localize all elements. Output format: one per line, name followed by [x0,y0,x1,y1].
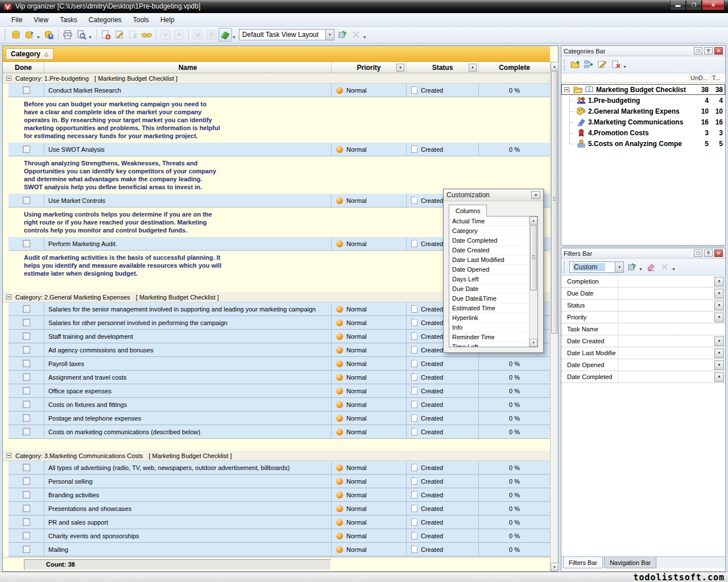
filter-dropdown-icon[interactable]: ▼ [714,313,724,322]
task-checkbox[interactable] [23,332,30,340]
task-name-cell[interactable]: Costs on marketing communications (descr… [44,425,332,439]
tree-item[interactable]: Marketing Budget Checklist 38 38 [561,84,725,95]
menu-item[interactable]: File [6,14,28,26]
filter-row[interactable]: Date Opened ▼ [561,359,725,371]
task-name-cell[interactable]: Costs on fixtures and fittings [44,398,332,411]
status-cell[interactable]: Created [407,543,479,556]
save-database-icon[interactable] [42,28,56,41]
filters-toolbar-overflow-icon[interactable]: ▼ [672,267,676,271]
open-dropdown-icon[interactable]: ▼ [36,35,40,39]
filter-row[interactable]: Due Date ▼ [561,288,725,300]
new-database-icon[interactable] [9,28,23,41]
priority-cell[interactable]: Normal [332,237,407,251]
complete-cell[interactable]: 0 % [479,398,550,411]
filter-row[interactable]: Date Completed ▼ [561,371,725,383]
print-icon[interactable] [61,28,75,41]
status-cell[interactable]: Created [407,529,479,543]
status-cell[interactable]: Created [407,398,479,411]
save-layout-icon[interactable] [336,28,349,41]
sidebar-tab[interactable]: Navigation Bar [604,557,656,568]
tree-item[interactable]: 2.General Marketing Expens 10 10 [561,106,725,117]
filter-row[interactable]: Priority ▼ [561,311,725,323]
close-button[interactable]: ✕ [702,1,725,10]
save-filter-dropdown-icon[interactable]: ▼ [639,267,643,271]
customization-dialog-titlebar[interactable]: Customization ✕ [444,189,543,201]
collapse-icon[interactable] [6,453,11,458]
column-list-item[interactable]: Actual Time [449,217,529,226]
column-list-item[interactable]: Date Last Modified [449,255,529,265]
status-cell[interactable]: Created [407,461,479,475]
group-by-category-chip[interactable]: Category △ [6,48,53,60]
minimize-button[interactable]: ▬ [670,1,686,10]
complete-cell[interactable]: 0 % [479,384,550,398]
task-row[interactable]: Use SWOT Analysis Normal Created 0 % [3,143,550,156]
task-name-cell[interactable]: All types of advertising (radio, TV, web… [44,461,332,475]
task-name-cell[interactable]: Branding activities [44,488,332,502]
panel-restore-icon[interactable]: ❐ [694,47,702,55]
category-group-row[interactable]: Category: 1.Pre-budgeting [ Marketing Bu… [3,73,550,84]
scrollbar-thumb[interactable] [530,225,537,290]
dialog-close-icon[interactable]: ✕ [531,191,540,199]
task-name-cell[interactable]: Presentations and showcases [44,502,332,516]
column-list-item[interactable]: Estimated Time [449,304,529,313]
status-cell[interactable]: Created [407,425,479,439]
priority-cell[interactable]: Normal [332,516,407,529]
edit-category-icon[interactable] [595,58,609,72]
restore-button[interactable]: ❐ [686,1,702,10]
priority-cell[interactable]: Normal [332,371,407,384]
column-header-name[interactable]: Name [44,62,332,73]
complete-cell[interactable]: 0 % [479,516,550,529]
collapse-icon[interactable] [6,76,11,81]
task-name-cell[interactable]: Staff training and development [44,330,332,343]
new-task-icon[interactable] [99,28,113,41]
task-row[interactable]: Charity events and sponsorships Normal C… [3,529,550,543]
new-subcategory-icon[interactable] [582,58,595,72]
delete-layout-icon[interactable] [349,28,363,41]
categories-toolbar-overflow-icon[interactable]: ▼ [623,65,627,69]
delete-filter-icon[interactable] [658,260,672,274]
task-name-cell[interactable]: Salaries for the senior management invol… [44,302,332,316]
column-header-complete[interactable]: Complete [479,62,550,73]
column-header-priority[interactable]: Priority ▼ [332,62,407,73]
priority-filter-icon[interactable]: ▼ [396,64,404,72]
panel-pin-icon[interactable] [704,47,713,55]
column-list-item[interactable]: Info [449,323,529,332]
glasses-icon[interactable] [140,28,154,41]
menu-item[interactable]: Categories [83,14,127,26]
scroll-up-icon[interactable]: ▲ [551,62,559,70]
priority-cell[interactable]: Normal [332,343,407,357]
priority-cell[interactable]: Normal [332,143,407,156]
status-cell[interactable]: Created [407,357,479,371]
panel-close-icon[interactable]: ✕ [714,47,723,55]
complete-cell[interactable]: 0 % [479,488,550,502]
move-up-icon[interactable] [172,28,186,41]
priority-cell[interactable]: Normal [332,316,407,330]
task-checkbox[interactable] [23,505,30,512]
task-row[interactable]: Mailing Normal Created 0 % [3,543,550,556]
column-list-item[interactable]: Due Date&Time [449,294,529,304]
columns-list-scrollbar[interactable]: ▲ ▼ [529,217,537,347]
filter-dropdown-icon[interactable]: ▼ [714,372,724,382]
filter-dropdown-icon[interactable]: ▼ [714,301,724,310]
task-list-scrollbar[interactable]: ▲ ▼ [550,62,558,571]
filter-preset-arrow-icon[interactable]: ▼ [615,262,623,272]
task-name-cell[interactable]: PR and sales support [44,516,332,529]
scroll-up-icon[interactable]: ▲ [530,217,537,225]
task-checkbox[interactable] [23,197,30,204]
filter-dropdown-icon[interactable]: ▼ [714,277,724,286]
status-cell[interactable]: Created [407,371,479,384]
priority-cell[interactable]: Normal [332,543,407,556]
task-checkbox[interactable] [23,464,30,471]
column-undone[interactable]: UnD... [689,74,710,81]
complete-cell[interactable]: 0 % [479,411,550,425]
layout-combobox[interactable]: Default Task View Layout ▼ [239,29,334,40]
panel-restore-icon[interactable]: ❐ [694,250,702,257]
task-row[interactable]: Office space expenses Normal Created 0 % [3,384,550,398]
delete-task-icon[interactable] [126,28,140,41]
complete-cell[interactable]: 0 % [479,84,550,97]
save-filter-icon[interactable] [625,260,639,274]
filter-preset-combobox[interactable]: Custom ▼ [569,261,624,273]
scrollbar-thumb[interactable] [551,71,557,334]
layout-combobox-arrow-icon[interactable]: ▼ [325,30,334,40]
delete-category-icon[interactable] [609,58,623,72]
